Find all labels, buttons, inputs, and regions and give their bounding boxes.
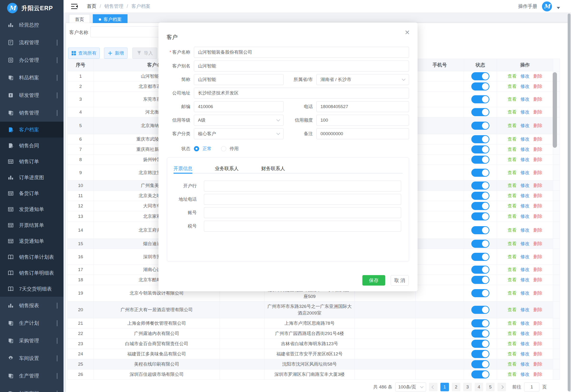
edit-link[interactable]: 修改 (521, 169, 530, 176)
tax-no-input[interactable] (204, 221, 401, 232)
delete-link[interactable]: 删除 (533, 307, 542, 313)
delete-link[interactable]: 删除 (533, 73, 542, 80)
sidebar-item[interactable]: 加工车间 (0, 385, 63, 392)
delete-link[interactable]: 删除 (533, 169, 542, 176)
status-toggle[interactable] (471, 182, 489, 190)
view-link[interactable]: 查看 (508, 169, 517, 176)
delete-link[interactable]: 删除 (533, 192, 542, 199)
view-link[interactable]: 查看 (508, 227, 517, 234)
delete-link[interactable]: 删除 (533, 253, 542, 260)
view-link[interactable]: 查看 (508, 290, 517, 296)
phone-input[interactable] (316, 101, 409, 112)
sidebar-subitem[interactable]: 订单进度图 (0, 169, 63, 185)
cancel-button[interactable]: 取 消 (391, 275, 409, 286)
edit-link[interactable]: 修改 (521, 122, 530, 129)
view-link[interactable]: 查看 (508, 351, 517, 357)
sidebar-subitem[interactable]: 销售订单计划表 (0, 249, 63, 265)
status-toggle[interactable] (471, 340, 489, 348)
company-address-input[interactable] (194, 88, 409, 98)
status-toggle[interactable] (471, 135, 489, 143)
delete-link[interactable]: 删除 (533, 203, 542, 209)
sidebar-subitem[interactable]: 开票结算单 (0, 217, 63, 233)
page-scrollbar[interactable] (568, 14, 571, 391)
delete-link[interactable]: 删除 (533, 330, 542, 337)
sidebar-subitem[interactable]: 销售订单 (0, 154, 63, 169)
status-toggle[interactable] (471, 192, 489, 200)
status-toggle[interactable] (471, 122, 489, 130)
status-toggle[interactable] (471, 306, 489, 314)
view-link[interactable]: 查看 (508, 340, 517, 347)
view-link[interactable]: 查看 (508, 361, 517, 367)
delete-link[interactable]: 删除 (533, 213, 542, 220)
edit-link[interactable]: 修改 (521, 266, 530, 273)
view-link[interactable]: 查看 (508, 203, 517, 209)
view-link[interactable]: 查看 (508, 182, 517, 189)
status-toggle[interactable] (471, 72, 489, 80)
status-normal-label[interactable]: 正常 (202, 146, 211, 152)
status-toggle[interactable] (471, 350, 489, 358)
sidebar-item[interactable]: 车间设置 (0, 350, 63, 367)
view-link[interactable]: 查看 (508, 240, 517, 247)
view-link[interactable]: 查看 (508, 253, 517, 260)
tab-business-contact[interactable]: 业务联系人 (215, 165, 239, 172)
view-link[interactable]: 查看 (508, 277, 517, 283)
view-link[interactable]: 查看 (508, 96, 517, 103)
edit-link[interactable]: 修改 (521, 371, 530, 378)
goto-page-input[interactable] (524, 382, 539, 392)
view-link[interactable]: 查看 (508, 371, 517, 378)
sidebar-item[interactable]: 料品档案 (0, 69, 63, 86)
page-button[interactable]: 1 (440, 383, 449, 391)
delete-link[interactable]: 删除 (533, 266, 542, 273)
view-link[interactable]: 查看 (508, 307, 517, 313)
delete-link[interactable]: 删除 (533, 361, 542, 367)
edit-link[interactable]: 修改 (521, 73, 530, 80)
delete-link[interactable]: 删除 (533, 240, 542, 247)
edit-link[interactable]: 修改 (521, 307, 530, 313)
page-button[interactable]: 5 (486, 383, 495, 391)
status-toggle[interactable] (471, 169, 489, 177)
delete-link[interactable]: 删除 (533, 227, 542, 234)
edit-link[interactable]: 修改 (521, 136, 530, 142)
delete-link[interactable]: 删除 (533, 290, 542, 296)
edit-link[interactable]: 修改 (521, 330, 530, 337)
delete-link[interactable]: 删除 (533, 109, 542, 115)
sidebar-item[interactable]: 生产计划 (0, 314, 63, 332)
close-icon[interactable]: ✕ (405, 29, 410, 36)
edit-link[interactable]: 修改 (521, 227, 530, 234)
status-toggle[interactable] (471, 156, 489, 164)
credit-level-select[interactable]: A级 (194, 115, 284, 126)
delete-link[interactable]: 删除 (533, 182, 542, 189)
view-link[interactable]: 查看 (508, 320, 517, 327)
add-button[interactable]: 新增 (104, 47, 128, 59)
delete-link[interactable]: 删除 (533, 136, 542, 142)
page-button[interactable]: 3 (463, 383, 472, 391)
province-select[interactable]: 湖南省 / 长沙市 (316, 74, 409, 85)
view-link[interactable]: 查看 (508, 156, 517, 163)
view-link[interactable]: 查看 (508, 83, 517, 90)
delete-link[interactable]: 删除 (533, 277, 542, 283)
short-name-input[interactable] (194, 74, 284, 85)
status-toggle[interactable] (471, 289, 489, 297)
sidebar-item[interactable]: 研发管理 (0, 86, 63, 104)
status-disabled-label[interactable]: 停用 (230, 146, 239, 152)
view-link[interactable]: 查看 (508, 213, 517, 220)
edit-link[interactable]: 修改 (521, 290, 530, 296)
edit-link[interactable]: 修改 (521, 83, 530, 90)
sidebar-subitem[interactable]: 退货通知单 (0, 233, 63, 249)
edit-link[interactable]: 修改 (521, 240, 530, 247)
manual-link[interactable]: 操作手册 (518, 3, 537, 10)
delete-link[interactable]: 删除 (533, 371, 542, 378)
save-button[interactable]: 保存 (362, 275, 385, 286)
zip-input[interactable] (194, 101, 284, 112)
view-link[interactable]: 查看 (508, 73, 517, 80)
edit-link[interactable]: 修改 (521, 192, 530, 199)
status-toggle[interactable] (471, 253, 489, 261)
status-toggle[interactable] (471, 202, 489, 210)
delete-link[interactable]: 删除 (533, 83, 542, 90)
page-size-select[interactable]: 100条/页 (395, 382, 426, 392)
bank-input[interactable] (204, 181, 401, 192)
table-scrollbar[interactable] (553, 72, 557, 148)
edit-link[interactable]: 修改 (521, 320, 530, 327)
delete-link[interactable]: 删除 (533, 351, 542, 357)
delete-link[interactable]: 删除 (533, 146, 542, 153)
